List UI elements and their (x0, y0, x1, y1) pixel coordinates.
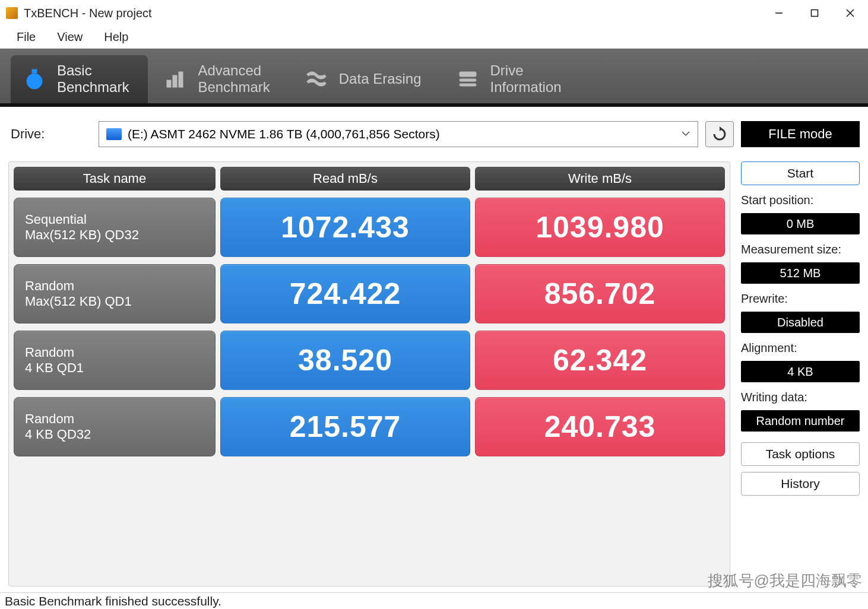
maximize-button[interactable] (797, 0, 832, 26)
menu-view[interactable]: View (46, 27, 93, 47)
task-cell[interactable]: Random 4 KB QD1 (14, 331, 216, 390)
svg-rect-5 (32, 69, 37, 73)
status-text: Basic Benchmark finished successfully. (5, 594, 221, 608)
task-options-button[interactable]: Task options (741, 442, 860, 466)
read-value: 215.577 (220, 397, 470, 456)
benchmark-header: Task name Read mB/s Write mB/s (14, 167, 725, 191)
task-line2: Max(512 KB) QD1 (25, 294, 204, 309)
window-title: TxBENCH - New project (24, 7, 152, 20)
sidebar: Start Start position: 0 MB Measurement s… (741, 161, 860, 586)
drive-icon (106, 128, 122, 140)
main-area: Task name Read mB/s Write mB/s Sequentia… (8, 161, 860, 586)
history-button[interactable]: History (741, 472, 860, 496)
task-cell[interactable]: Random Max(512 KB) QD1 (14, 264, 216, 323)
file-mode-button[interactable]: FILE mode (741, 121, 860, 147)
write-value: 1039.980 (475, 198, 725, 257)
read-value: 724.422 (220, 264, 470, 323)
tab-label-l2: Information (490, 79, 562, 96)
write-value: 856.702 (475, 264, 725, 323)
window-controls (761, 0, 868, 26)
tab-label-l1: Drive (490, 62, 562, 79)
drive-label: Drive: (8, 126, 91, 142)
tab-label-l2: Benchmark (198, 79, 270, 96)
task-line1: Random (25, 345, 204, 360)
start-button[interactable]: Start (741, 161, 860, 185)
task-cell[interactable]: Sequential Max(512 KB) QD32 (14, 198, 216, 257)
tab-label-l1: Basic (57, 62, 129, 79)
app-icon (6, 7, 18, 19)
menu-bar: File View Help (0, 26, 868, 49)
content-area: Drive: (E:) ASMT 2462 NVME 1.86 TB (4,00… (0, 110, 868, 592)
menu-file[interactable]: File (6, 27, 46, 47)
minimize-button[interactable] (761, 0, 797, 26)
close-button[interactable] (832, 0, 868, 26)
menu-help[interactable]: Help (93, 27, 139, 47)
tab-drive-information[interactable]: DriveInformation (444, 55, 581, 103)
drive-select[interactable]: (E:) ASMT 2462 NVME 1.86 TB (4,000,761,8… (99, 121, 698, 147)
measurement-size-value[interactable]: 512 MB (741, 262, 860, 284)
svg-rect-9 (179, 72, 183, 87)
svg-rect-7 (167, 80, 171, 87)
task-line2: 4 KB QD32 (25, 427, 204, 442)
tab-label-l1: Data Erasing (339, 71, 422, 87)
task-line2: Max(512 KB) QD32 (25, 227, 204, 243)
start-position-value[interactable]: 0 MB (741, 213, 860, 234)
bars-icon (162, 66, 188, 92)
alignment-value[interactable]: 4 KB (741, 361, 860, 382)
table-row: Random 4 KB QD1 38.520 62.342 (14, 331, 725, 390)
writing-data-label: Writing data: (741, 391, 860, 404)
prewrite-value[interactable]: Disabled (741, 312, 860, 333)
write-value: 240.733 (475, 397, 725, 456)
stopwatch-icon (21, 66, 47, 92)
header-write: Write mB/s (475, 167, 725, 191)
task-line1: Random (25, 411, 204, 427)
task-line1: Sequential (25, 212, 204, 227)
task-line2: 4 KB QD1 (25, 360, 204, 376)
title-bar: TxBENCH - New project (0, 0, 868, 26)
start-position-label: Start position: (741, 194, 860, 207)
drive-info-icon (455, 66, 481, 92)
tab-basic-benchmark[interactable]: BasicBenchmark (11, 55, 148, 103)
chevron-down-icon (681, 127, 690, 141)
prewrite-label: Prewrite: (741, 292, 860, 306)
write-value: 62.342 (475, 331, 725, 390)
read-value: 38.520 (220, 331, 470, 390)
table-row: Random 4 KB QD32 215.577 240.733 (14, 397, 725, 456)
refresh-icon (712, 126, 727, 142)
svg-rect-1 (812, 10, 818, 17)
task-line1: Random (25, 278, 204, 294)
svg-rect-11 (460, 79, 476, 81)
wave-icon (303, 66, 330, 92)
tab-data-erasing[interactable]: Data Erasing (293, 55, 441, 103)
header-read: Read mB/s (220, 167, 470, 191)
alignment-label: Alignment: (741, 341, 860, 355)
tab-advanced-benchmark[interactable]: AdvancedBenchmark (151, 55, 289, 103)
svg-rect-8 (173, 75, 177, 87)
header-task: Task name (14, 167, 216, 191)
measurement-size-label: Measurement size: (741, 243, 860, 256)
benchmark-table: Task name Read mB/s Write mB/s Sequentia… (8, 161, 730, 586)
drive-select-value: (E:) ASMT 2462 NVME 1.86 TB (4,000,761,8… (128, 127, 440, 141)
table-row: Sequential Max(512 KB) QD32 1072.433 103… (14, 198, 725, 257)
status-bar: Basic Benchmark finished successfully. (0, 592, 868, 609)
read-value: 1072.433 (220, 198, 470, 257)
tab-label-l1: Advanced (198, 62, 270, 79)
svg-rect-10 (460, 72, 476, 77)
svg-rect-12 (460, 84, 476, 86)
task-cell[interactable]: Random 4 KB QD32 (14, 397, 216, 456)
writing-data-value[interactable]: Random number (741, 410, 860, 432)
refresh-button[interactable] (705, 121, 734, 147)
tab-label-l2: Benchmark (57, 79, 129, 96)
drive-row: Drive: (E:) ASMT 2462 NVME 1.86 TB (4,00… (8, 121, 860, 147)
tab-strip: BasicBenchmark AdvancedBenchmark Data Er… (0, 49, 868, 107)
table-row: Random Max(512 KB) QD1 724.422 856.702 (14, 264, 725, 323)
